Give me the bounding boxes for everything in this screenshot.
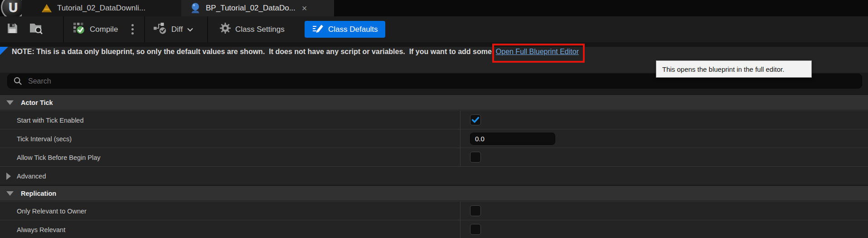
toolbar: Compile Diff [0, 16, 868, 42]
column-splitter[interactable] [460, 202, 461, 220]
toolbar-separator [63, 16, 64, 42]
column-splitter[interactable] [460, 148, 461, 166]
panel-focus-corner-icon [0, 47, 8, 55]
compile-label: Compile [90, 25, 118, 34]
checkbox-unchecked[interactable] [470, 152, 481, 163]
chevron-down-icon [187, 25, 194, 34]
check-icon [471, 116, 480, 124]
close-icon[interactable]: × [302, 4, 307, 13]
tooltip-text: This opens the blueprint in the full edi… [662, 65, 784, 73]
class-defaults-label: Class Defaults [328, 25, 378, 34]
browse-button[interactable] [29, 16, 43, 42]
column-splitter[interactable] [460, 220, 461, 238]
search-input[interactable] [28, 77, 862, 85]
note-text: NOTE: This is a data only blueprint, so … [12, 48, 496, 56]
property-label: Only Relevant to Owner [17, 202, 87, 220]
kebab-menu-icon [131, 24, 134, 35]
advanced-expander-row[interactable]: Advanced [0, 166, 868, 185]
diff-button[interactable]: Diff [153, 16, 194, 42]
property-row-only-relevant-to-owner: Only Relevant to Owner [0, 201, 868, 220]
column-splitter[interactable] [460, 129, 461, 148]
class-defaults-button[interactable]: Class Defaults [305, 21, 385, 38]
property-row-always-relevant: Always Relevant [0, 220, 868, 238]
compile-options-button[interactable] [131, 16, 134, 42]
find-in-content-browser-icon [29, 22, 43, 37]
blueprint-editor-window: U Tutorial_02_DataDownli... BP [0, 0, 868, 238]
property-label: Allow Tick Before Begin Play [17, 148, 101, 167]
property-row-start-with-tick-enabled: Start with Tick Enabled [0, 110, 868, 129]
checkbox-unchecked[interactable] [470, 205, 481, 216]
checkbox-checked[interactable] [470, 114, 481, 125]
collapse-arrow-icon [6, 191, 14, 196]
expander-label: Advanced [17, 167, 46, 185]
tab-level[interactable]: Tutorial_02_DataDownli... [22, 0, 181, 16]
property-row-allow-tick-before-begin-play: Allow Tick Before Begin Play [0, 148, 868, 166]
compile-button[interactable]: Compile [73, 16, 118, 42]
blueprint-icon [190, 2, 201, 14]
search-icon [13, 76, 23, 86]
section-header-actor-tick[interactable]: Actor Tick [0, 94, 868, 110]
level-icon [41, 3, 53, 13]
section-label: Actor Tick [21, 99, 53, 106]
tab-bar: U Tutorial_02_DataDownli... BP [0, 0, 868, 16]
tick-interval-input[interactable] [470, 133, 555, 145]
open-full-blueprint-editor-link[interactable]: Open Full Blueprint Editor [496, 48, 579, 55]
diff-label: Diff [171, 25, 183, 34]
save-icon [6, 22, 19, 37]
tab-label: BP_Tutorial_02_DataDo... [206, 4, 296, 13]
class-settings-label: Class Settings [235, 25, 285, 34]
compile-icon [73, 22, 86, 37]
gear-icon [219, 22, 231, 36]
property-row-tick-interval: Tick Interval (secs) [0, 129, 868, 148]
checkbox-unchecked[interactable] [470, 224, 481, 235]
property-label: Tick Interval (secs) [17, 129, 72, 148]
tooltip: This opens the blueprint in the full edi… [656, 60, 812, 78]
save-button[interactable] [6, 16, 19, 42]
property-label: Always Relevant [17, 220, 65, 238]
diff-icon [153, 22, 167, 37]
section-label: Replication [21, 190, 56, 197]
pencil-icon [312, 23, 324, 36]
section-header-replication[interactable]: Replication [0, 185, 868, 201]
tab-label: Tutorial_02_DataDownli... [57, 4, 145, 13]
expand-arrow-icon [6, 173, 11, 180]
collapse-arrow-icon [6, 100, 14, 105]
toolbar-separator [144, 16, 145, 42]
class-settings-button[interactable]: Class Settings [219, 16, 285, 42]
toolbar-separator [207, 16, 208, 42]
tab-blueprint-active[interactable]: BP_Tutorial_02_DataDo... × [181, 0, 334, 16]
property-label: Start with Tick Enabled [17, 111, 84, 129]
column-splitter[interactable] [460, 111, 461, 129]
